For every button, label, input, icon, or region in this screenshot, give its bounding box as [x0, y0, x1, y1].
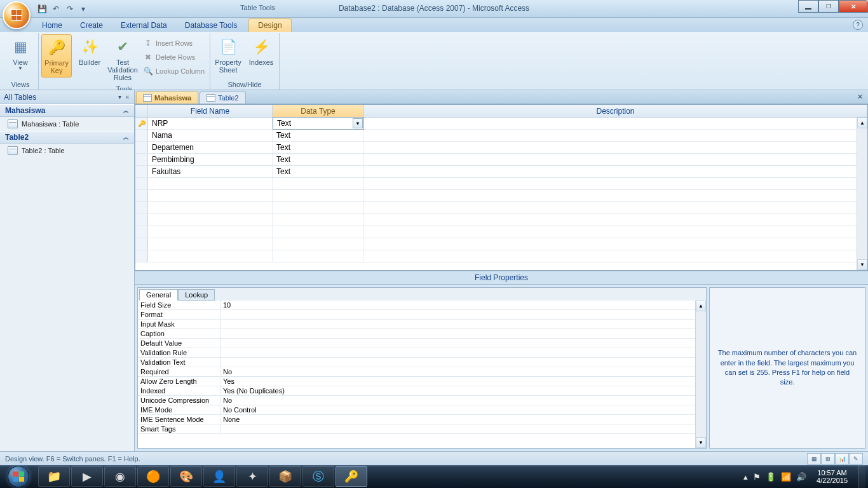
field-name-cell[interactable] [148, 214, 273, 226]
tray-show-hidden-icon[interactable]: ▴ [743, 472, 748, 482]
design-grid-row[interactable]: FakultasText [135, 166, 867, 178]
field-property-row[interactable]: IME ModeNo Control [138, 405, 706, 415]
field-property-row[interactable]: Smart Tags [138, 424, 706, 434]
design-view-button[interactable]: ✎ [849, 453, 863, 464]
tray-clock[interactable]: 10:57 AM 4/22/2015 [811, 469, 853, 484]
field-name-cell[interactable]: Departemen [148, 142, 273, 153]
property-value[interactable] [220, 424, 706, 433]
data-type-cell[interactable] [273, 226, 364, 238]
taskbar-mediaplayer[interactable]: ▶ [71, 466, 103, 487]
design-grid-row[interactable] [135, 226, 867, 238]
data-type-cell[interactable]: Text [273, 166, 364, 177]
scroll-up-icon[interactable]: ▲ [857, 118, 867, 128]
column-header-description[interactable]: Description [364, 105, 867, 117]
row-selector[interactable]: 🔑 [135, 118, 148, 129]
tray-volume-icon[interactable]: 🔊 [796, 472, 806, 482]
doc-tab-table2[interactable]: Table2 [200, 92, 245, 104]
taskbar-app2[interactable]: 👤 [203, 466, 235, 487]
indexes-button[interactable]: ⚡ Indexes [246, 34, 276, 69]
help-icon[interactable]: ? [853, 20, 863, 30]
design-grid-row[interactable] [135, 202, 867, 214]
field-property-row[interactable]: Unicode CompressionNo [138, 396, 706, 405]
close-button[interactable] [839, 0, 868, 13]
field-property-row[interactable]: Allow Zero LengthYes [138, 377, 706, 386]
field-property-row[interactable]: Validation Text [138, 358, 706, 367]
fp-tab-lookup[interactable]: Lookup [178, 289, 215, 301]
design-grid-row[interactable] [135, 250, 867, 262]
property-value[interactable]: None [220, 415, 706, 424]
description-cell[interactable] [364, 226, 867, 238]
property-value[interactable] [220, 329, 706, 338]
data-type-cell[interactable]: Text▼ [273, 117, 364, 130]
property-value[interactable]: No [220, 396, 706, 405]
design-grid-row[interactable]: PembimbingText [135, 154, 867, 166]
tab-home[interactable]: Home [33, 19, 71, 32]
doc-tab-mahasiswa[interactable]: Mahasiswa [136, 92, 198, 104]
scroll-down-icon[interactable]: ▼ [696, 437, 706, 448]
taskbar-skype[interactable]: Ⓢ [302, 466, 334, 487]
field-name-cell[interactable]: Nama [148, 130, 273, 141]
data-type-cell[interactable]: Text [273, 130, 364, 141]
column-header-data-type[interactable]: Data Type [273, 105, 364, 117]
design-grid-row[interactable]: 🔑NRPText▼ [135, 118, 867, 130]
tab-design[interactable]: Design [248, 18, 291, 32]
grid-scrollbar[interactable]: ▲ ▼ [857, 118, 867, 270]
redo-icon[interactable]: ↷ [64, 3, 76, 15]
row-selector[interactable] [135, 142, 148, 153]
tray-action-center-icon[interactable]: ⚑ [753, 472, 761, 482]
description-cell[interactable] [364, 154, 867, 165]
field-name-cell[interactable] [148, 226, 273, 238]
row-selector[interactable] [135, 214, 148, 226]
description-cell[interactable] [364, 250, 867, 262]
description-cell[interactable] [364, 130, 867, 141]
description-cell[interactable] [364, 118, 867, 129]
field-name-cell[interactable]: NRP [148, 118, 273, 129]
lookup-column-button[interactable]: 🔍Lookup Column [140, 65, 207, 78]
taskbar-access[interactable]: 🔑 [336, 466, 367, 487]
nav-item-table2[interactable]: Table2 : Table [0, 144, 134, 158]
data-type-cell[interactable]: Text [273, 154, 364, 165]
row-selector[interactable] [135, 130, 148, 141]
office-button[interactable] [3, 1, 31, 29]
show-desktop-button[interactable] [858, 465, 865, 488]
pivot-table-view-button[interactable]: ⊞ [821, 453, 835, 464]
row-selector[interactable] [135, 250, 148, 262]
property-value[interactable] [220, 320, 706, 329]
property-value[interactable] [220, 339, 706, 348]
column-header-field-name[interactable]: Field Name [148, 105, 273, 117]
data-type-cell[interactable] [273, 190, 364, 201]
row-selector[interactable] [135, 178, 148, 189]
scroll-down-icon[interactable]: ▼ [857, 259, 867, 270]
nav-group-table2[interactable]: Table2 ︽ [0, 131, 134, 144]
minimize-button[interactable] [798, 0, 818, 13]
nav-dropdown-icon[interactable]: ▾ [117, 93, 123, 100]
tray-battery-icon[interactable]: 🔋 [766, 472, 776, 482]
data-type-cell[interactable] [273, 178, 364, 189]
view-button[interactable]: ▦ View ▼ [5, 34, 36, 74]
description-cell[interactable] [364, 142, 867, 153]
taskbar-chrome[interactable]: ◉ [104, 466, 136, 487]
row-selector[interactable] [135, 166, 148, 177]
dropdown-icon[interactable]: ▼ [353, 118, 363, 128]
nav-group-mahasiswa[interactable]: Mahasiswa ︽ [0, 104, 134, 117]
design-grid-row[interactable]: NamaText [135, 130, 867, 142]
delete-rows-button[interactable]: ✖Delete Rows [140, 51, 207, 64]
property-value[interactable]: Yes [220, 377, 706, 386]
datasheet-view-button[interactable]: ▦ [807, 453, 821, 464]
tab-external-data[interactable]: External Data [112, 19, 176, 32]
field-name-cell[interactable]: Fakultas [148, 166, 273, 177]
qat-customize-icon[interactable]: ▾ [78, 3, 89, 15]
design-grid-row[interactable] [135, 238, 867, 250]
field-name-cell[interactable] [148, 178, 273, 189]
property-sheet-button[interactable]: 📄 Property Sheet [213, 34, 243, 76]
pivot-chart-view-button[interactable]: 📊 [835, 453, 849, 464]
data-type-cell[interactable] [273, 250, 364, 262]
data-type-cell[interactable]: Text [273, 142, 364, 153]
row-selector[interactable] [135, 190, 148, 201]
field-property-row[interactable]: Input Mask [138, 320, 706, 329]
description-cell[interactable] [364, 190, 867, 201]
design-grid-row[interactable]: DepartemenText [135, 142, 867, 154]
nav-header[interactable]: All Tables ▾« [0, 90, 134, 104]
nav-item-mahasiswa-table[interactable]: Mahasiswa : Table [0, 117, 134, 131]
design-grid-row[interactable] [135, 190, 867, 202]
